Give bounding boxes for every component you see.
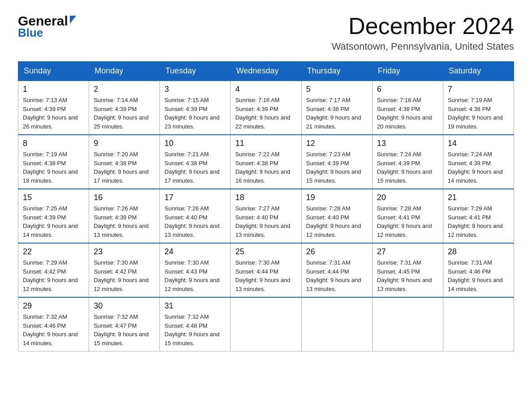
day-info: Sunrise: 7:30 AM Sunset: 4:43 PM Dayligh… [164,258,226,293]
sunrise-label: Sunrise: 7:27 AM [235,205,279,212]
day-number: 5 [306,85,368,94]
sunrise-label: Sunrise: 7:20 AM [94,151,138,158]
sunset-label: Sunset: 4:38 PM [94,160,137,167]
day-number: 30 [94,301,155,311]
day-info: Sunrise: 7:23 AM Sunset: 4:39 PM Dayligh… [306,150,368,185]
day-info: Sunrise: 7:20 AM Sunset: 4:38 PM Dayligh… [94,150,155,185]
title-area: December 2024 Watsontown, Pennsylvania, … [331,13,514,52]
header-thursday: Thursday [301,62,372,81]
sunrise-label: Sunrise: 7:32 AM [23,313,67,320]
sunset-label: Sunset: 4:40 PM [306,214,349,221]
sunset-label: Sunset: 4:40 PM [235,214,278,221]
daylight-label: Daylight: 9 hours and 15 minutes. [377,168,432,184]
daylight-label: Daylight: 9 hours and 14 minutes. [448,168,503,184]
sunset-label: Sunset: 4:47 PM [94,322,137,329]
sunrise-label: Sunrise: 7:26 AM [94,205,138,212]
day-info: Sunrise: 7:30 AM Sunset: 4:44 PM Dayligh… [235,258,296,293]
daylight-label: Daylight: 9 hours and 13 minutes. [164,223,219,238]
calendar-cell: 18 Sunrise: 7:27 AM Sunset: 4:40 PM Dayl… [231,189,301,243]
daylight-label: Daylight: 9 hours and 13 minutes. [235,223,290,238]
daylight-label: Daylight: 9 hours and 19 minutes. [448,114,503,130]
day-number: 24 [164,247,226,257]
calendar-cell: 21 Sunrise: 7:29 AM Sunset: 4:41 PM Dayl… [443,189,514,243]
day-number: 25 [235,247,296,257]
sunrise-label: Sunrise: 7:31 AM [306,259,351,266]
calendar-cell: 4 Sunrise: 7:16 AM Sunset: 4:39 PM Dayli… [231,81,301,135]
header-tuesday: Tuesday [160,62,231,81]
sunset-label: Sunset: 4:44 PM [235,268,278,275]
day-info: Sunrise: 7:14 AM Sunset: 4:39 PM Dayligh… [94,96,155,131]
daylight-label: Daylight: 9 hours and 16 minutes. [235,168,290,184]
sunrise-label: Sunrise: 7:32 AM [164,313,209,320]
calendar-week-row: 1 Sunrise: 7:13 AM Sunset: 4:39 PM Dayli… [18,81,514,135]
calendar-cell: 2 Sunrise: 7:14 AM Sunset: 4:39 PM Dayli… [89,81,160,135]
sunset-label: Sunset: 4:39 PM [448,160,491,167]
day-info: Sunrise: 7:30 AM Sunset: 4:42 PM Dayligh… [94,258,155,293]
day-number: 15 [23,193,84,202]
calendar-cell: 13 Sunrise: 7:24 AM Sunset: 4:39 PM Dayl… [372,135,443,189]
daylight-label: Daylight: 9 hours and 22 minutes. [235,114,290,130]
sunrise-label: Sunrise: 7:32 AM [94,313,138,320]
sunset-label: Sunset: 4:42 PM [23,268,66,275]
day-number: 2 [94,85,155,94]
sunset-label: Sunset: 4:38 PM [235,160,278,167]
day-number: 18 [235,193,296,202]
calendar-cell: 5 Sunrise: 7:17 AM Sunset: 4:38 PM Dayli… [301,81,372,135]
daylight-label: Daylight: 9 hours and 15 minutes. [164,331,219,347]
header-monday: Monday [89,62,160,81]
calendar-cell [443,297,514,351]
day-info: Sunrise: 7:31 AM Sunset: 4:45 PM Dayligh… [377,258,438,293]
sunset-label: Sunset: 4:38 PM [306,106,349,112]
calendar-cell: 23 Sunrise: 7:30 AM Sunset: 4:42 PM Dayl… [89,243,160,297]
daylight-label: Daylight: 9 hours and 13 minutes. [306,277,361,292]
sunrise-label: Sunrise: 7:17 AM [306,97,351,103]
daylight-label: Daylight: 9 hours and 12 minutes. [94,277,149,292]
calendar-cell [301,297,372,351]
calendar-table: Sunday Monday Tuesday Wednesday Thursday… [18,61,514,351]
sunset-label: Sunset: 4:39 PM [94,106,137,112]
calendar-cell: 7 Sunrise: 7:19 AM Sunset: 4:38 PM Dayli… [443,81,514,135]
sunrise-label: Sunrise: 7:18 AM [377,97,421,103]
calendar-week-row: 15 Sunrise: 7:25 AM Sunset: 4:39 PM Dayl… [18,189,514,243]
day-info: Sunrise: 7:16 AM Sunset: 4:39 PM Dayligh… [235,96,296,131]
day-number: 9 [94,139,155,148]
sunset-label: Sunset: 4:38 PM [377,106,420,112]
day-number: 11 [235,139,296,148]
sunrise-label: Sunrise: 7:28 AM [306,205,351,212]
sunset-label: Sunset: 4:41 PM [448,214,491,221]
weekday-header-row: Sunday Monday Tuesday Wednesday Thursday… [18,62,514,81]
daylight-label: Daylight: 9 hours and 12 minutes. [23,277,78,292]
day-info: Sunrise: 7:26 AM Sunset: 4:39 PM Dayligh… [94,204,155,239]
sunrise-label: Sunrise: 7:13 AM [23,97,67,103]
day-info: Sunrise: 7:21 AM Sunset: 4:38 PM Dayligh… [164,150,226,185]
daylight-label: Daylight: 9 hours and 13 minutes. [377,277,432,292]
daylight-label: Daylight: 9 hours and 23 minutes. [164,114,219,130]
day-number: 1 [23,85,84,94]
daylight-label: Daylight: 9 hours and 15 minutes. [94,331,149,347]
page-header: General Blue December 2024 Watsontown, P… [18,13,514,52]
sunset-label: Sunset: 4:39 PM [235,106,278,112]
day-number: 10 [164,139,226,148]
day-number: 22 [23,247,84,257]
day-number: 7 [448,85,509,94]
sunset-label: Sunset: 4:39 PM [306,160,349,167]
day-info: Sunrise: 7:29 AM Sunset: 4:41 PM Dayligh… [448,204,509,239]
calendar-cell: 11 Sunrise: 7:22 AM Sunset: 4:38 PM Dayl… [231,135,301,189]
sunset-label: Sunset: 4:48 PM [164,322,207,329]
calendar-cell: 10 Sunrise: 7:21 AM Sunset: 4:38 PM Dayl… [160,135,231,189]
calendar-cell: 16 Sunrise: 7:26 AM Sunset: 4:39 PM Dayl… [89,189,160,243]
day-info: Sunrise: 7:19 AM Sunset: 4:38 PM Dayligh… [23,150,84,185]
calendar-cell: 17 Sunrise: 7:26 AM Sunset: 4:40 PM Dayl… [160,189,231,243]
day-info: Sunrise: 7:27 AM Sunset: 4:40 PM Dayligh… [235,204,296,239]
day-info: Sunrise: 7:28 AM Sunset: 4:41 PM Dayligh… [377,204,438,239]
day-info: Sunrise: 7:29 AM Sunset: 4:42 PM Dayligh… [23,258,84,293]
sunrise-label: Sunrise: 7:14 AM [94,97,138,103]
day-number: 12 [306,139,368,148]
day-info: Sunrise: 7:32 AM Sunset: 4:46 PM Dayligh… [23,313,84,347]
calendar-cell: 19 Sunrise: 7:28 AM Sunset: 4:40 PM Dayl… [301,189,372,243]
day-number: 13 [377,139,438,148]
sunrise-label: Sunrise: 7:29 AM [448,205,492,212]
calendar-cell: 15 Sunrise: 7:25 AM Sunset: 4:39 PM Dayl… [18,189,89,243]
daylight-label: Daylight: 9 hours and 26 minutes. [23,114,78,130]
day-number: 31 [164,301,226,311]
